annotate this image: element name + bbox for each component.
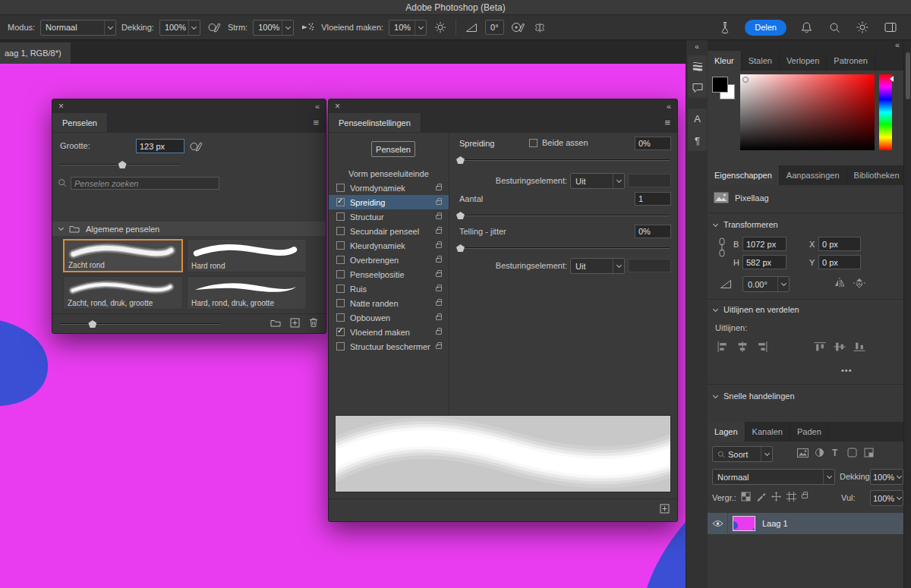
option-row-vormdynamiek[interactable]: Vormdynamiek	[329, 181, 449, 195]
align-center-horizontal-icon[interactable]	[736, 341, 749, 352]
control-select[interactable]: Uit	[570, 173, 625, 189]
tab-kleur[interactable]: Kleur	[708, 51, 742, 71]
tab-stalen[interactable]: Stalen	[742, 51, 780, 71]
width-input[interactable]	[742, 237, 786, 251]
jitter-value-input[interactable]: 0%	[635, 225, 671, 238]
align-section-header[interactable]: Uitlijnen en verdelen	[714, 305, 799, 314]
lock-icon[interactable]	[436, 330, 442, 335]
transform-section-header[interactable]: Transformeren	[714, 220, 778, 229]
gear-icon[interactable]	[432, 19, 449, 36]
brush-item[interactable]: Hard rond	[187, 239, 307, 272]
layer-visibility-eye-icon[interactable]	[708, 520, 727, 527]
rotation-angle-select[interactable]: 0.00°	[742, 276, 790, 292]
brush-item[interactable]: Hard, rond, druk, grootte	[187, 276, 307, 310]
align-bottom-icon[interactable]	[853, 341, 865, 352]
brush-item[interactable]: Zacht, rond, druk, grootte	[63, 276, 183, 310]
pressure-size-icon[interactable]	[188, 138, 204, 155]
tab-bibliotheken[interactable]: Bibliotheken	[847, 165, 907, 185]
jitter-slider[interactable]	[456, 244, 670, 252]
checkbox[interactable]	[336, 328, 345, 336]
option-row-vloeiend[interactable]: Vloeiend maken	[329, 325, 449, 339]
lock-icon[interactable]	[436, 229, 442, 234]
checkbox[interactable]	[336, 342, 345, 351]
flip-vertical-icon[interactable]	[853, 278, 865, 288]
scatter-slider[interactable]	[456, 156, 670, 164]
discover-light-icon[interactable]	[854, 19, 871, 36]
layer-thumbnail[interactable]	[733, 516, 755, 531]
height-input[interactable]	[742, 255, 786, 269]
filter-shape-layers-icon[interactable]	[847, 448, 857, 458]
collapse-icon[interactable]: «	[686, 42, 708, 51]
opacity-select[interactable]: 100%	[159, 20, 200, 36]
tab-verlopen[interactable]: Verlopen	[780, 51, 827, 71]
brushes-button[interactable]: Penselen	[371, 141, 415, 157]
lock-transparency-icon[interactable]	[741, 492, 751, 502]
delete-trash-icon[interactable]	[309, 317, 318, 328]
tab-paden[interactable]: Paden	[790, 422, 829, 442]
collapse-icon[interactable]: «	[315, 102, 320, 111]
layer-name[interactable]: Laag 1	[762, 519, 788, 528]
lock-artboard-icon[interactable]	[786, 492, 796, 502]
option-row-structuur[interactable]: Structuur	[329, 209, 449, 224]
tab-kanalen[interactable]: Kanalen	[746, 422, 790, 442]
lock-icon[interactable]	[436, 272, 442, 277]
flip-horizontal-icon[interactable]	[834, 278, 846, 288]
lock-icon[interactable]	[436, 186, 442, 190]
pressure-opacity-icon[interactable]	[206, 19, 222, 36]
collapse-icon[interactable]: «	[667, 102, 671, 111]
brush-settings-panel-icon[interactable]	[689, 58, 705, 74]
lock-icon[interactable]	[436, 287, 442, 291]
new-brush-icon[interactable]	[660, 504, 670, 514]
align-top-icon[interactable]	[814, 341, 826, 352]
option-row-ruis[interactable]: Ruis	[329, 281, 449, 296]
hue-slider-marker[interactable]	[890, 76, 894, 82]
more-options-icon[interactable]: •••	[841, 366, 853, 375]
lock-icon[interactable]	[436, 215, 442, 219]
option-row-penseelpositie[interactable]: Penseelpositie	[329, 267, 449, 281]
paragraph-panel-icon[interactable]: ¶	[689, 133, 705, 149]
tip-shape-item[interactable]: Vorm penseeluiteinde	[329, 166, 449, 181]
preview-size-slider[interactable]	[60, 319, 221, 328]
tab-eigenschappen[interactable]: Eigenschappen	[708, 165, 780, 185]
checkbox[interactable]	[336, 270, 345, 278]
align-left-icon[interactable]	[717, 341, 729, 352]
share-button[interactable]: Delen	[745, 20, 786, 36]
y-input[interactable]	[818, 255, 861, 269]
brush-size-input[interactable]	[136, 139, 184, 153]
flow-select[interactable]: 100%	[253, 20, 294, 36]
checkbox[interactable]	[336, 299, 345, 307]
workspace-icon[interactable]	[882, 19, 899, 36]
document-tab[interactable]: aag 1, RGB/8*)	[0, 42, 71, 64]
brush-search-input[interactable]	[71, 177, 219, 190]
option-row-secundair[interactable]: Secundair penseel	[329, 224, 449, 238]
checkbox[interactable]	[336, 285, 345, 293]
both-axes-option[interactable]: Beide assen	[529, 138, 588, 147]
tab-penselen[interactable]: Penselen	[52, 113, 108, 132]
lock-icon[interactable]	[436, 344, 442, 349]
lock-all-icon[interactable]	[802, 494, 808, 498]
panel-menu-icon[interactable]: ≡	[664, 117, 670, 128]
collapse-icon[interactable]: «	[895, 40, 900, 49]
checkbox[interactable]	[336, 227, 345, 235]
count-slider[interactable]	[456, 211, 670, 219]
quick-actions-section-header[interactable]: Snelle handelingen	[714, 391, 795, 401]
notifications-bell-icon[interactable]	[798, 19, 815, 36]
option-row-structuur-beschermen[interactable]: Structuur beschermen	[329, 339, 449, 354]
scrollbar-thumb[interactable]	[906, 52, 910, 99]
layer-opacity-select[interactable]: 100%	[870, 469, 903, 485]
checkbox[interactable]	[336, 212, 345, 221]
airbrush-icon[interactable]	[299, 19, 316, 36]
brush-angle-input[interactable]: 0°	[485, 20, 504, 35]
close-icon[interactable]: ×	[335, 102, 340, 111]
checkbox[interactable]	[336, 313, 345, 322]
foreground-color-swatch[interactable]	[712, 77, 728, 93]
blend-mode-select[interactable]: Normaal	[712, 469, 835, 485]
align-right-icon[interactable]	[756, 341, 768, 352]
fill-select[interactable]: 100%	[870, 490, 903, 506]
symmetry-icon[interactable]	[531, 19, 548, 36]
beta-feedback-icon[interactable]	[717, 19, 733, 36]
control2-select[interactable]: Uit	[570, 258, 625, 274]
lock-icon[interactable]	[436, 301, 442, 306]
checkbox[interactable]	[336, 241, 345, 250]
count-value-input[interactable]: 1	[635, 192, 671, 206]
